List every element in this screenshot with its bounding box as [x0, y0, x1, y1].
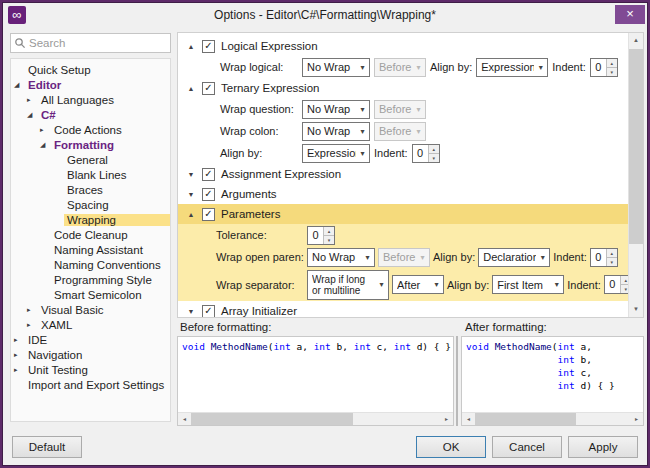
tree-item-spacing[interactable]: Spacing [11, 197, 170, 212]
preview-splitter[interactable] [456, 336, 458, 426]
scrollbar-thumb[interactable] [191, 413, 353, 425]
tree-item-wrapping[interactable]: Wrapping [11, 212, 170, 227]
scrollbar-thumb[interactable] [629, 49, 643, 244]
tree-item-formatting[interactable]: ◢Formatting [11, 137, 170, 152]
group-header-logical-expression: ▲ ✓ Logical Expression [178, 36, 628, 56]
tree-item-code-actions[interactable]: ▸Code Actions [11, 122, 170, 137]
spinner-down-icon[interactable]: ▾ [621, 285, 628, 293]
expand-icon[interactable]: ▼ [186, 191, 196, 198]
spinner-up-icon[interactable]: ▴ [429, 145, 439, 154]
ok-button[interactable]: OK [416, 436, 486, 458]
arguments-checkbox[interactable]: ✓ [202, 188, 215, 201]
open-paren-align-by-combo[interactable]: Declaration▾ [478, 248, 550, 267]
expander-icon[interactable]: ◢ [27, 111, 38, 118]
tree-item-navigation[interactable]: ▸Navigation [11, 347, 170, 362]
collapse-icon[interactable]: ▲ [186, 211, 196, 218]
chevron-down-icon: ▾ [412, 63, 425, 72]
expander-icon[interactable]: ◢ [40, 141, 51, 148]
tree-item-naming-assistant[interactable]: Naming Assistant [11, 242, 170, 257]
horizontal-scrollbar[interactable]: ◂ ▸ [462, 412, 643, 425]
expander-icon[interactable]: ◢ [14, 81, 25, 88]
expander-icon[interactable]: ▸ [14, 366, 25, 373]
separator-indent-spinner[interactable]: 0▴▾ [604, 275, 628, 294]
ternary-indent-spinner[interactable]: 0▴▾ [412, 144, 440, 163]
parameters-checkbox[interactable]: ✓ [202, 208, 215, 221]
logical-align-by-combo[interactable]: Expression▾ [476, 58, 548, 77]
tree-item-csharp[interactable]: ◢C# [11, 107, 170, 122]
tree-item-naming-conventions[interactable]: Naming Conventions [11, 257, 170, 272]
tree-item-braces[interactable]: Braces [11, 182, 170, 197]
logical-expression-checkbox[interactable]: ✓ [202, 40, 215, 53]
spinner-down-icon[interactable]: ▾ [324, 236, 334, 244]
tree-item-all-languages[interactable]: ▸All Languages [11, 92, 170, 107]
spinner-down-icon[interactable]: ▾ [429, 154, 439, 162]
expand-icon[interactable]: ▼ [186, 171, 196, 178]
expander-icon[interactable]: ▸ [40, 126, 51, 133]
scroll-right-icon[interactable]: ▸ [630, 413, 643, 425]
tree-item-quick-setup[interactable]: Quick Setup [11, 62, 170, 77]
spinner-up-icon[interactable]: ▴ [324, 227, 334, 236]
horizontal-scrollbar[interactable]: ◂ ▸ [178, 412, 453, 425]
window-title: Options - Editor\C#\Formatting\Wrapping* [47, 8, 603, 22]
ternary-align-row: Align by: Expression▾ Indent: 0▴▾ [178, 142, 628, 164]
expander-icon[interactable]: ▸ [27, 96, 38, 103]
expander-icon[interactable]: ▸ [14, 336, 25, 343]
close-button[interactable]: × [615, 5, 645, 24]
expander-icon[interactable]: ▸ [27, 306, 38, 313]
tree-item-editor[interactable]: ◢Editor [11, 77, 170, 92]
apply-button[interactable]: Apply [568, 436, 638, 458]
group-header-parameters: ▲ ✓ Parameters [178, 204, 628, 224]
group-title: Ternary Expression [221, 82, 319, 94]
expand-icon[interactable]: ▼ [186, 308, 196, 315]
separator-position-combo[interactable]: After▾ [392, 275, 444, 294]
tree-item-smart-semicolon[interactable]: Smart Semicolon [11, 287, 170, 302]
wrap-colon-combo[interactable]: No Wrap▾ [302, 122, 370, 141]
assignment-expression-checkbox[interactable]: ✓ [202, 168, 215, 181]
tree-item-ide[interactable]: ▸IDE [11, 332, 170, 347]
array-initializer-checkbox[interactable]: ✓ [202, 305, 215, 318]
spinner-up-icon[interactable]: ▴ [607, 249, 617, 258]
tree-item-general[interactable]: General [11, 152, 170, 167]
spinner-up-icon[interactable]: ▴ [621, 276, 628, 285]
vertical-scrollbar[interactable]: ▲ ▼ [628, 33, 643, 317]
scroll-down-icon[interactable]: ▼ [629, 302, 643, 317]
scroll-left-icon[interactable]: ◂ [462, 413, 475, 425]
expander-icon[interactable]: ▸ [27, 321, 38, 328]
search-input[interactable] [29, 37, 167, 49]
ternary-align-by-combo[interactable]: Expression▾ [302, 144, 370, 163]
scroll-left-icon[interactable]: ◂ [178, 413, 191, 425]
cancel-button[interactable]: Cancel [492, 436, 562, 458]
tree-item-import-export-settings[interactable]: Import and Export Settings [11, 377, 170, 392]
scroll-up-icon[interactable]: ▲ [629, 33, 643, 48]
wrap-separator-label: Wrap separator: [216, 279, 304, 291]
spinner-down-icon[interactable]: ▾ [607, 68, 617, 76]
open-paren-indent-spinner[interactable]: 0▴▾ [590, 248, 618, 267]
collapse-icon[interactable]: ▲ [186, 85, 196, 92]
wrap-open-paren-combo[interactable]: No Wrap▾ [307, 248, 375, 267]
expander-icon[interactable]: ▸ [14, 351, 25, 358]
tree-item-unit-testing[interactable]: ▸Unit Testing [11, 362, 170, 377]
tree-item-code-cleanup[interactable]: Code Cleanup [11, 227, 170, 242]
logical-indent-spinner[interactable]: 0▴▾ [590, 58, 618, 77]
scrollbar-track[interactable] [475, 413, 630, 425]
tolerance-spinner[interactable]: 0▴▾ [307, 226, 335, 245]
scrollbar-thumb[interactable] [475, 413, 576, 425]
spinner-down-icon[interactable]: ▾ [607, 258, 617, 266]
default-button[interactable]: Default [12, 436, 82, 458]
tree-item-label: Wrapping [64, 214, 170, 226]
spinner-up-icon[interactable]: ▴ [607, 59, 617, 68]
scrollbar-track[interactable] [191, 413, 440, 425]
wrap-question-combo[interactable]: No Wrap▾ [302, 100, 370, 119]
combo-value: No Wrap [307, 103, 356, 115]
collapse-icon[interactable]: ▲ [186, 43, 196, 50]
tree-item-programming-style[interactable]: Programming Style [11, 272, 170, 287]
wrap-separator-combo[interactable]: Wrap if long or multiline▾ [307, 270, 389, 300]
separator-align-by-combo[interactable]: First Item▾ [492, 275, 564, 294]
tree-item-xaml[interactable]: ▸XAML [11, 317, 170, 332]
tree-item-blank-lines[interactable]: Blank Lines [11, 167, 170, 182]
check-icon: ✓ [204, 41, 212, 51]
scroll-right-icon[interactable]: ▸ [440, 413, 453, 425]
tree-item-visual-basic[interactable]: ▸Visual Basic [11, 302, 170, 317]
wrap-logical-combo[interactable]: No Wrap▾ [302, 58, 370, 77]
ternary-expression-checkbox[interactable]: ✓ [202, 82, 215, 95]
